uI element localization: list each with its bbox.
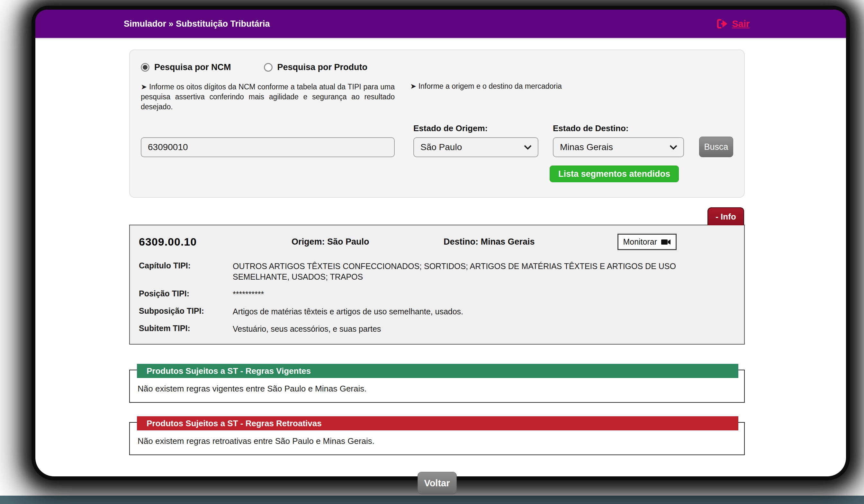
info-toggle-badge[interactable]: - Info bbox=[707, 207, 744, 225]
detail-value: Artigos de matérias têxteis e artigos de… bbox=[233, 306, 735, 317]
regras-retroativas-section: Produtos Sujeitos a ST - Regras Retroati… bbox=[129, 422, 745, 455]
voltar-button[interactable]: Voltar bbox=[418, 472, 457, 494]
page-content: Pesquisa por NCM Pesquisa por Produto ➤ … bbox=[35, 39, 846, 494]
destination-label: Estado de Destino: bbox=[553, 123, 684, 133]
result-origin: Origem: São Paulo bbox=[291, 237, 444, 247]
regras-vigentes-section: Produtos Sujeitos a ST - Regras Vigentes… bbox=[129, 370, 745, 403]
radio-pesquisa-ncm[interactable]: Pesquisa por NCM bbox=[141, 62, 231, 72]
detail-label: Posição TIPI: bbox=[139, 289, 233, 298]
radio-checked-icon[interactable] bbox=[141, 63, 149, 72]
route-hint-text: ➤ Informe a origem e o destino da mercad… bbox=[410, 82, 562, 112]
regras-retroativas-message: Não existem regras retroativas entre São… bbox=[137, 436, 744, 446]
detail-label: Subposição TIPI: bbox=[139, 306, 233, 316]
logout-link[interactable]: Sair bbox=[717, 19, 749, 29]
detail-label: Subitem TIPI: bbox=[139, 324, 233, 333]
result-destination: Destino: Minas Gerais bbox=[444, 237, 617, 247]
regras-retroativas-banner: Produtos Sujeitos a ST - Regras Retroati… bbox=[137, 416, 738, 430]
tipi-details: Capítulo TIPI: OUTROS ARTIGOS TÊXTEIS CO… bbox=[139, 261, 735, 334]
sign-out-icon bbox=[717, 19, 728, 28]
app-window: Simulador » Substituição Tributária Sair… bbox=[35, 10, 846, 476]
radio-ncm-label: Pesquisa por NCM bbox=[154, 62, 231, 72]
ncm-input[interactable] bbox=[141, 137, 395, 157]
origin-label: Estado de Origem: bbox=[413, 123, 538, 133]
radio-produto-label: Pesquisa por Produto bbox=[277, 62, 368, 72]
result-panel: 6309.00.10 Origem: São Paulo Destino: Mi… bbox=[129, 225, 745, 345]
radio-pesquisa-produto[interactable]: Pesquisa por Produto bbox=[264, 62, 368, 72]
video-camera-icon bbox=[661, 239, 671, 245]
origin-select-value: São Paulo bbox=[420, 142, 462, 152]
breadcrumb: Simulador » Substituição Tributária bbox=[124, 19, 270, 29]
logout-label[interactable]: Sair bbox=[732, 19, 749, 29]
monitorar-button[interactable]: Monitorar bbox=[617, 234, 676, 250]
result-ncm-code: 6309.00.10 bbox=[139, 236, 291, 248]
monitorar-label: Monitorar bbox=[623, 237, 657, 247]
busca-button[interactable]: Busca bbox=[699, 136, 733, 157]
detail-label: Capítulo TIPI: bbox=[139, 261, 233, 270]
search-mode-radios: Pesquisa por NCM Pesquisa por Produto bbox=[141, 62, 733, 72]
regras-vigentes-banner: Produtos Sujeitos a ST - Regras Vigentes bbox=[137, 364, 738, 378]
radio-unchecked-icon[interactable] bbox=[264, 63, 273, 72]
origin-select[interactable]: São Paulo bbox=[413, 137, 538, 157]
lista-segmentos-button[interactable]: Lista segmentos atendidos bbox=[550, 166, 679, 182]
detail-value: ********** bbox=[233, 289, 735, 300]
ncm-hint-text: ➤ Informe os oitos dígitos da NCM confor… bbox=[141, 82, 395, 112]
chevron-down-icon bbox=[669, 142, 677, 152]
destination-select-value: Minas Gerais bbox=[560, 142, 613, 152]
search-panel: Pesquisa por NCM Pesquisa por Produto ➤ … bbox=[129, 49, 745, 198]
app-header: Simulador » Substituição Tributária Sair bbox=[35, 10, 846, 39]
chevron-down-icon bbox=[524, 142, 532, 152]
detail-value: Vestuário, seus acessórios, e suas parte… bbox=[233, 324, 735, 334]
destination-select[interactable]: Minas Gerais bbox=[553, 137, 684, 157]
detail-value: OUTROS ARTIGOS TÊXTEIS CONFECCIONADOS; S… bbox=[233, 261, 735, 282]
regras-vigentes-message: Não existem regras vigentes entre São Pa… bbox=[137, 384, 744, 394]
desktop-background-strip bbox=[0, 496, 864, 504]
